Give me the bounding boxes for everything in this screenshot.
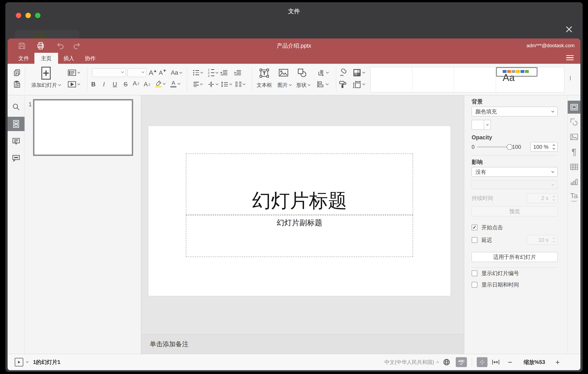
- show-slide-number-checkbox[interactable]: [472, 270, 477, 276]
- paste-button[interactable]: [13, 80, 21, 88]
- opacity-slider[interactable]: [477, 146, 510, 147]
- notes-placeholder-text: 单击添加备注: [150, 340, 189, 349]
- chat-icon[interactable]: [12, 154, 20, 162]
- fill-color-picker[interactable]: [472, 120, 558, 130]
- columns-button[interactable]: [235, 82, 245, 87]
- superscript-button[interactable]: A2: [133, 80, 139, 87]
- close-icon[interactable]: [565, 25, 573, 33]
- slide-settings-icon[interactable]: [568, 101, 580, 114]
- language-selector[interactable]: 中文(中华人民共和国): [385, 359, 434, 366]
- textbox-icon[interactable]: [259, 68, 270, 78]
- subscript-button[interactable]: A2: [144, 81, 150, 88]
- align-objects-button[interactable]: [317, 81, 328, 88]
- decrease-font-button[interactable]: A: [159, 70, 166, 76]
- opacity-input[interactable]: 100 %: [530, 142, 558, 152]
- tab-file[interactable]: 文件: [13, 53, 34, 64]
- table-settings-icon[interactable]: [570, 164, 578, 170]
- shape-icon[interactable]: [298, 68, 307, 77]
- textart-settings-icon[interactable]: Ta: [570, 192, 578, 201]
- image-icon[interactable]: [279, 69, 288, 77]
- change-case-button[interactable]: Aa: [171, 70, 182, 76]
- theme-gallery-expand-button[interactable]: [570, 76, 571, 80]
- chart-settings-icon[interactable]: [570, 178, 578, 186]
- start-slideshow-button[interactable]: [68, 81, 80, 88]
- preview-button[interactable]: 预览: [472, 207, 558, 216]
- color-scheme-button[interactable]: [353, 68, 365, 77]
- zoom-out-button[interactable]: −: [508, 358, 512, 366]
- slide[interactable]: 幻灯片标题 幻灯片副标题: [148, 126, 451, 296]
- apply-to-all-slides-button[interactable]: 适用于所有幻灯片: [472, 252, 558, 262]
- font-name-combo[interactable]: [92, 68, 126, 77]
- slideshow-mode-dropdown[interactable]: [26, 362, 28, 363]
- font-size-combo[interactable]: [127, 68, 146, 77]
- fill-type-select[interactable]: 颜色填充: [472, 107, 558, 116]
- duration-input[interactable]: 2 s: [527, 193, 558, 203]
- slide-canvas[interactable]: 幻灯片标题 幻灯片副标题: [141, 95, 464, 334]
- add-slide-button[interactable]: 添加幻灯片: [32, 82, 61, 88]
- font-color-swatch: [170, 86, 177, 88]
- tab-insert[interactable]: 插入: [58, 53, 80, 64]
- numbered-list-button[interactable]: 1 2 3: [208, 68, 218, 77]
- delay-input[interactable]: 10 s: [527, 235, 558, 245]
- italic-button[interactable]: I: [103, 81, 105, 88]
- zoom-in-button[interactable]: +: [555, 358, 560, 366]
- horizontal-align-button[interactable]: [193, 82, 202, 87]
- tab-collaboration[interactable]: 协作: [80, 53, 101, 64]
- increase-indent-button[interactable]: [234, 70, 241, 76]
- title-placeholder[interactable]: 幻灯片标题: [186, 154, 413, 215]
- line-spacing-button[interactable]: [221, 81, 232, 88]
- opacity-slider-knob[interactable]: [507, 144, 513, 150]
- theme-option-selected[interactable]: Aa: [496, 67, 537, 77]
- increase-font-button[interactable]: A: [149, 69, 156, 76]
- comments-icon[interactable]: [12, 137, 20, 145]
- start-on-click-checkbox[interactable]: ✓: [472, 225, 477, 231]
- textbox-button[interactable]: 文本框: [257, 82, 272, 88]
- spellcheck-toggle[interactable]: ABC: [456, 357, 467, 367]
- slide-layout-button[interactable]: [68, 69, 80, 76]
- image-button[interactable]: 图片: [277, 82, 291, 88]
- arrange-shape-button[interactable]: [317, 69, 328, 77]
- tab-home[interactable]: 主页: [34, 53, 58, 64]
- bullet-list-button[interactable]: [193, 70, 203, 75]
- show-date-time-checkbox[interactable]: [472, 282, 477, 288]
- copy-style-button[interactable]: [338, 80, 347, 88]
- add-slide-label: 添加幻灯片: [32, 82, 57, 88]
- document-language-icon[interactable]: [443, 358, 450, 366]
- menu-icon[interactable]: [566, 54, 574, 62]
- slide-size-button[interactable]: [353, 80, 365, 88]
- bold-button[interactable]: B: [91, 81, 96, 88]
- effect-variant-select[interactable]: [472, 180, 558, 189]
- slides-panel-icon[interactable]: [8, 117, 25, 131]
- add-slide-icon[interactable]: [41, 66, 51, 80]
- decrease-indent-button[interactable]: [220, 70, 228, 76]
- fit-to-slide-toggle[interactable]: [477, 357, 487, 367]
- theme-option[interactable]: [454, 67, 496, 92]
- language-caret-icon[interactable]: [437, 361, 439, 364]
- underline-button[interactable]: U: [113, 81, 117, 88]
- slide-thumbnail[interactable]: [33, 99, 133, 156]
- font-color-button[interactable]: A: [170, 80, 180, 88]
- effect-select[interactable]: 没有: [472, 167, 558, 177]
- vertical-align-button[interactable]: [208, 81, 218, 88]
- subtitle-placeholder[interactable]: 幻灯片副标题: [186, 215, 413, 257]
- clear-style-button[interactable]: [338, 69, 347, 77]
- strikethrough-button[interactable]: S: [124, 81, 127, 88]
- image-settings-icon[interactable]: [570, 133, 578, 140]
- highlight-color-button[interactable]: [156, 80, 165, 88]
- theme-option[interactable]: [537, 67, 564, 92]
- fill-color-swatch: [472, 120, 484, 130]
- fill-color-dropdown[interactable]: [484, 120, 491, 130]
- start-slideshow-status-button[interactable]: [15, 358, 23, 366]
- shape-button[interactable]: 形状: [296, 82, 310, 88]
- delay-label: 延迟: [482, 236, 492, 244]
- notes-area[interactable]: 单击添加备注: [141, 334, 464, 354]
- theme-option[interactable]: [412, 67, 454, 92]
- copy-button[interactable]: [13, 69, 21, 77]
- delay-checkbox[interactable]: [472, 237, 477, 243]
- theme-option[interactable]: [371, 67, 412, 92]
- opacity-max-label: 100: [512, 144, 521, 150]
- shape-settings-icon[interactable]: [570, 118, 578, 125]
- paragraph-settings-icon[interactable]: ¶: [572, 147, 576, 157]
- fit-to-width-button[interactable]: [492, 359, 500, 365]
- search-icon[interactable]: [12, 103, 20, 111]
